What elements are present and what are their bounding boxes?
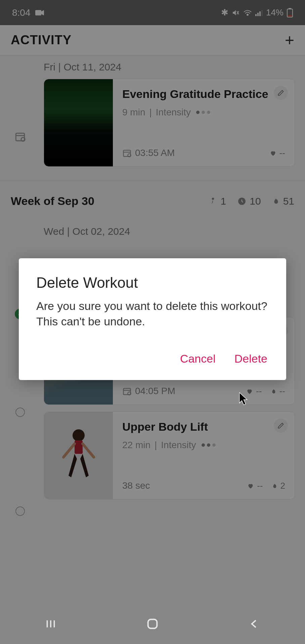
cancel-button[interactable]: Cancel	[179, 350, 217, 368]
dialog-message: Are you sure you want to delete this wor…	[36, 299, 269, 329]
delete-button[interactable]: Delete	[233, 350, 269, 368]
cursor-icon	[239, 392, 249, 406]
svg-rect-27	[148, 620, 157, 629]
dialog-title: Delete Workout	[36, 274, 269, 291]
home-button[interactable]	[146, 617, 159, 631]
system-nav-bar	[0, 604, 305, 644]
recents-button[interactable]	[45, 618, 57, 630]
delete-workout-dialog: Delete Workout Are you sure you want to …	[19, 258, 286, 380]
back-button[interactable]	[248, 618, 260, 630]
